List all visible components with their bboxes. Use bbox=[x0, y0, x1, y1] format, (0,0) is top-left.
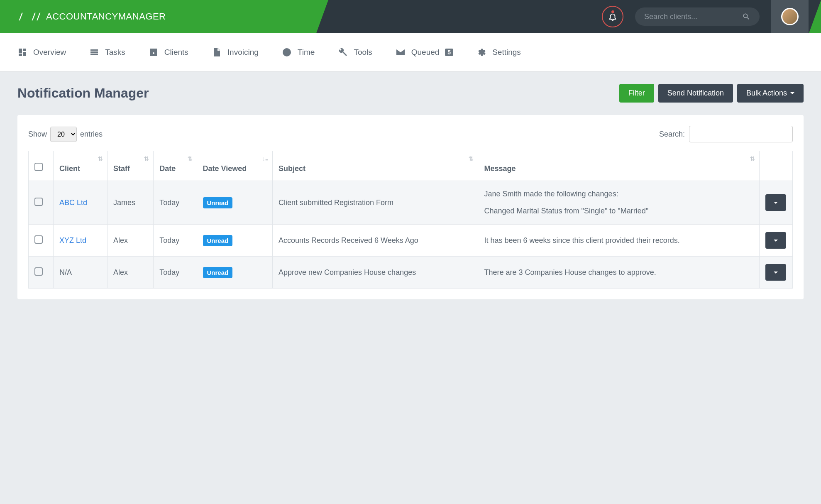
main-nav: Overview Tasks Clients Invoicing Time To… bbox=[0, 33, 821, 71]
nav-time-label: Time bbox=[298, 48, 315, 57]
avatar bbox=[781, 8, 799, 25]
cell-subject: Accounts Records Received 6 Weeks Ago bbox=[272, 225, 478, 257]
row-actions-button[interactable] bbox=[765, 264, 786, 281]
cell-date-viewed: Unread bbox=[197, 225, 272, 257]
nav-settings-label: Settings bbox=[492, 48, 521, 57]
table-search-input[interactable] bbox=[689, 126, 793, 142]
cell-date-viewed: Unread bbox=[197, 257, 272, 289]
sort-desc-icon: ↓₌ bbox=[262, 155, 268, 162]
nav-tasks-label: Tasks bbox=[105, 48, 125, 57]
nav-time[interactable]: Time bbox=[282, 47, 315, 57]
notification-dot-icon bbox=[611, 10, 614, 13]
app-header: ACCOUNTANCYMANAGER bbox=[0, 0, 821, 33]
col-staff[interactable]: Staff⇅ bbox=[108, 151, 154, 181]
brand-name-light: MANAGER bbox=[118, 11, 166, 22]
tools-icon bbox=[338, 47, 348, 57]
col-message[interactable]: Message⇅ bbox=[478, 151, 760, 181]
cell-message: There are 3 Companies House changes to a… bbox=[478, 257, 760, 289]
nav-tasks[interactable]: Tasks bbox=[89, 47, 125, 57]
caret-down-icon bbox=[774, 272, 778, 274]
bell-icon bbox=[608, 12, 617, 21]
nav-tools-label: Tools bbox=[354, 48, 372, 57]
cell-subject: Client submitted Registration Form bbox=[272, 181, 478, 225]
nav-overview[interactable]: Overview bbox=[17, 47, 66, 57]
sort-icon: ⇅ bbox=[469, 155, 474, 162]
queued-count-badge: 5 bbox=[445, 49, 453, 56]
brand-name-bold: ACCOUNTANCY bbox=[46, 11, 118, 22]
table-row: XYZ LtdAlexTodayUnreadAccounts Records R… bbox=[29, 225, 793, 257]
show-entries-suffix: entries bbox=[80, 130, 103, 139]
show-entries-prefix: Show bbox=[28, 130, 47, 139]
clients-icon bbox=[149, 47, 159, 57]
cell-subject: Approve new Companies House changes bbox=[272, 257, 478, 289]
row-actions-button[interactable] bbox=[765, 194, 786, 211]
col-subject[interactable]: Subject⇅ bbox=[272, 151, 478, 181]
caret-down-icon bbox=[790, 92, 794, 94]
gear-icon bbox=[476, 47, 486, 57]
nav-clients[interactable]: Clients bbox=[149, 47, 188, 57]
sort-icon: ⇅ bbox=[144, 155, 149, 162]
caret-down-icon bbox=[774, 202, 778, 204]
client-link[interactable]: ABC Ltd bbox=[59, 198, 87, 207]
cell-date-viewed: Unread bbox=[197, 181, 272, 225]
sort-icon: ⇅ bbox=[188, 155, 193, 162]
col-date-viewed[interactable]: Date Viewed↓₌ bbox=[197, 151, 272, 181]
caret-down-icon bbox=[774, 240, 778, 242]
nav-overview-label: Overview bbox=[33, 48, 66, 57]
unread-badge: Unread bbox=[203, 197, 233, 208]
select-all-checkbox[interactable] bbox=[34, 163, 43, 171]
nav-tools[interactable]: Tools bbox=[338, 47, 372, 57]
entries-select[interactable]: 20 bbox=[50, 127, 77, 142]
notifications-card: Show 20 entries Search: Client⇅ Staff⇅ D… bbox=[17, 115, 804, 299]
client-search[interactable] bbox=[635, 7, 760, 26]
unread-badge: Unread bbox=[203, 235, 233, 246]
cell-staff: Alex bbox=[108, 257, 154, 289]
send-notification-button[interactable]: Send Notification bbox=[658, 84, 733, 103]
bulk-actions-button[interactable]: Bulk Actions bbox=[737, 84, 804, 103]
sort-icon: ⇅ bbox=[98, 155, 103, 162]
tasks-icon bbox=[89, 47, 99, 57]
col-client[interactable]: Client⇅ bbox=[54, 151, 108, 181]
nav-invoicing[interactable]: Invoicing bbox=[212, 47, 259, 57]
table-row: N/AAlexTodayUnreadApprove new Companies … bbox=[29, 257, 793, 289]
brand-logo: ACCOUNTANCYMANAGER bbox=[17, 11, 166, 22]
brand-mark-icon bbox=[17, 11, 42, 22]
notifications-table: Client⇅ Staff⇅ Date⇅ Date Viewed↓₌ Subje… bbox=[28, 151, 793, 289]
row-checkbox[interactable] bbox=[34, 198, 43, 206]
cell-staff: James bbox=[108, 181, 154, 225]
search-icon bbox=[742, 12, 750, 21]
search-input[interactable] bbox=[644, 12, 742, 21]
cell-client: XYZ Ltd bbox=[54, 225, 108, 257]
table-row: ABC LtdJamesTodayUnreadClient submitted … bbox=[29, 181, 793, 225]
cell-staff: Alex bbox=[108, 225, 154, 257]
cell-date: Today bbox=[154, 181, 197, 225]
row-checkbox[interactable] bbox=[34, 235, 43, 244]
row-checkbox[interactable] bbox=[34, 267, 43, 276]
user-menu[interactable] bbox=[771, 0, 809, 33]
table-search-label: Search: bbox=[659, 130, 685, 139]
invoicing-icon bbox=[212, 47, 222, 57]
cell-message: It has been 6 weeks since this client pr… bbox=[478, 225, 760, 257]
clock-icon bbox=[282, 47, 292, 57]
col-date[interactable]: Date⇅ bbox=[154, 151, 197, 181]
nav-settings[interactable]: Settings bbox=[476, 47, 521, 57]
cell-date: Today bbox=[154, 257, 197, 289]
nav-queued-label: Queued bbox=[411, 48, 440, 57]
filter-button[interactable]: Filter bbox=[619, 84, 654, 103]
bulk-actions-label: Bulk Actions bbox=[746, 89, 787, 98]
mail-icon bbox=[396, 47, 406, 57]
row-actions-button[interactable] bbox=[765, 232, 786, 249]
nav-queued[interactable]: Queued5 bbox=[396, 47, 453, 57]
cell-client: ABC Ltd bbox=[54, 181, 108, 225]
sort-icon: ⇅ bbox=[750, 155, 755, 162]
cell-message: Jane Smith made the following changes:Ch… bbox=[478, 181, 760, 225]
cell-client: N/A bbox=[54, 257, 108, 289]
cell-date: Today bbox=[154, 225, 197, 257]
unread-badge: Unread bbox=[203, 267, 233, 278]
dashboard-icon bbox=[17, 47, 27, 57]
client-link[interactable]: XYZ Ltd bbox=[59, 236, 86, 245]
page-title: Notification Manager bbox=[17, 86, 149, 101]
nav-invoicing-label: Invoicing bbox=[227, 48, 259, 57]
nav-clients-label: Clients bbox=[164, 48, 188, 57]
notifications-bell[interactable] bbox=[602, 6, 623, 27]
